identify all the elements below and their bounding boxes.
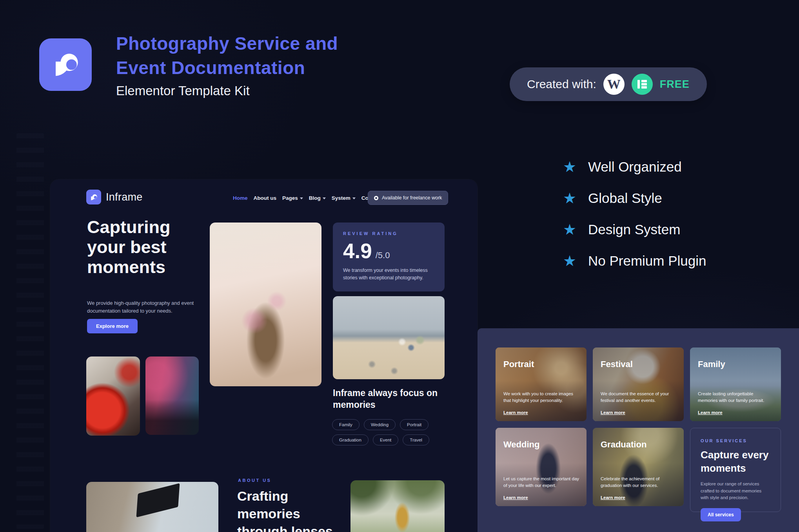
about-us-label: ABOUT US (238, 478, 271, 483)
nav-item-blog[interactable]: Blog (309, 195, 326, 201)
chevron-down-icon (323, 197, 326, 199)
review-score: 4.9 (343, 241, 372, 261)
created-with-badge: Created with: FREE (510, 67, 707, 101)
learn-more-link[interactable]: Learn more (601, 410, 625, 415)
learn-more-link[interactable]: Learn more (698, 410, 723, 415)
service-title: Portrait (503, 359, 579, 369)
hero-title: Capturing your best moments (87, 217, 170, 277)
site-logo[interactable]: Inframe (86, 190, 143, 204)
elementor-icon (632, 74, 653, 95)
feature-label: Global Style (588, 190, 662, 206)
service-title: Festival (601, 359, 676, 369)
tag-family[interactable]: Family (332, 419, 360, 430)
free-badge: FREE (660, 78, 690, 90)
hero-description: We provide high-quality photography and … (87, 299, 199, 315)
feature-label: Design System (588, 222, 680, 237)
photo-beach-family (333, 296, 445, 379)
service-description: We work with you to create images that h… (503, 391, 579, 404)
learn-more-link[interactable]: Learn more (601, 495, 625, 500)
kit-subtitle: Elementor Template Kit (116, 82, 338, 100)
star-icon (561, 252, 578, 270)
our-services-card: OUR SERVICES Capture every moments Explo… (690, 428, 781, 512)
memories-heading: Inframe always focus on memories (333, 387, 438, 411)
service-card-portrait: Portrait We work with you to create imag… (496, 347, 587, 421)
freelance-button-label: Available for freelance work (382, 195, 442, 201)
photo-performer-fan (86, 356, 140, 436)
kit-title-line1: Photography Service and (116, 31, 338, 56)
feature-item: Design System (561, 214, 706, 245)
explore-more-button[interactable]: Explore more (87, 319, 138, 333)
service-card-family: Family Create lasting unforgettable memo… (690, 347, 781, 421)
feature-item: No Premium Plugin (561, 245, 706, 277)
nav-item-system[interactable]: System (332, 195, 356, 201)
tag-wedding[interactable]: Wedding (364, 419, 396, 430)
tag-portrait[interactable]: Portrait (400, 419, 429, 430)
website-preview-panel: Inframe Home About us Pages Blog System … (50, 179, 478, 532)
star-icon (561, 221, 578, 238)
tag-travel[interactable]: Travel (403, 434, 429, 445)
wordpress-icon (603, 74, 625, 95)
eye-logo-icon (47, 45, 84, 84)
star-icon (561, 190, 578, 207)
created-with-label: Created with: (527, 78, 596, 91)
nav-item-about-us[interactable]: About us (254, 195, 277, 201)
feature-item: Well Organized (561, 151, 706, 183)
learn-more-link[interactable]: Learn more (503, 495, 528, 500)
review-text: We transform your events into timeless s… (343, 267, 434, 282)
ring-dot-icon (374, 196, 378, 200)
service-description: We document the essence of your festival… (601, 391, 677, 404)
category-tags: Family Wedding Portrait Graduation Event… (332, 419, 454, 450)
service-description: Create lasting unforgettable memories wi… (698, 391, 774, 404)
about-us-heading: Crafting memories through lenses (237, 487, 333, 532)
left-decor-dashes (16, 133, 44, 529)
our-services-heading: Capture every moments (701, 448, 770, 475)
freelance-availability-button[interactable]: Available for freelance work (368, 191, 448, 205)
service-card-graduation: Graduation Celebrate the achievement of … (593, 428, 684, 506)
all-services-button[interactable]: All services (701, 508, 741, 521)
learn-more-link[interactable]: Learn more (503, 410, 528, 415)
feature-label: Well Organized (588, 159, 682, 175)
photo-concert (145, 356, 199, 435)
review-scale: /5.0 (376, 250, 390, 261)
site-nav: Home About us Pages Blog System Contact … (233, 195, 389, 201)
site-brand-name: Inframe (106, 191, 143, 203)
review-rating-card: REVIEW RATING 4.9 /5.0 We transform your… (333, 223, 445, 291)
service-title: Graduation (601, 440, 676, 450)
nav-item-pages[interactable]: Pages (282, 195, 303, 201)
chevron-down-icon (352, 197, 356, 199)
feature-label: No Premium Plugin (588, 253, 706, 269)
kit-title-block: Photography Service and Event Documentat… (116, 31, 338, 100)
chevron-down-icon (300, 197, 303, 199)
inframe-logo-icon (86, 190, 101, 204)
service-card-wedding: Wedding Let us capture the most importan… (496, 428, 587, 506)
feature-list: Well Organized Global Style Design Syste… (561, 151, 706, 277)
star-icon (561, 158, 578, 176)
review-rating-label: REVIEW RATING (343, 231, 434, 236)
nav-item-home[interactable]: Home (233, 195, 248, 201)
service-description: Celebrate the achievement of graduation … (601, 476, 677, 489)
service-card-festival: Festival We document the essence of your… (593, 347, 684, 421)
feature-item: Global Style (561, 183, 706, 214)
service-description: Let us capture the most important day of… (503, 476, 579, 489)
tag-graduation[interactable]: Graduation (332, 434, 369, 445)
photo-traditional-dancer (350, 480, 445, 532)
graduation-cap-shape (136, 483, 180, 517)
service-title: Family (698, 359, 773, 369)
service-title: Wedding (503, 440, 579, 450)
services-panel: Portrait We work with you to create imag… (478, 328, 799, 532)
app-logo (39, 38, 92, 91)
our-services-label: OUR SERVICES (701, 438, 770, 443)
our-services-description: Explore our range of services crafted to… (701, 481, 770, 501)
tag-event[interactable]: Event (373, 434, 398, 445)
photo-wedding-couple (210, 223, 321, 386)
kit-title-line2: Event Documentation (116, 56, 338, 80)
photo-graduation-cap (86, 482, 218, 532)
